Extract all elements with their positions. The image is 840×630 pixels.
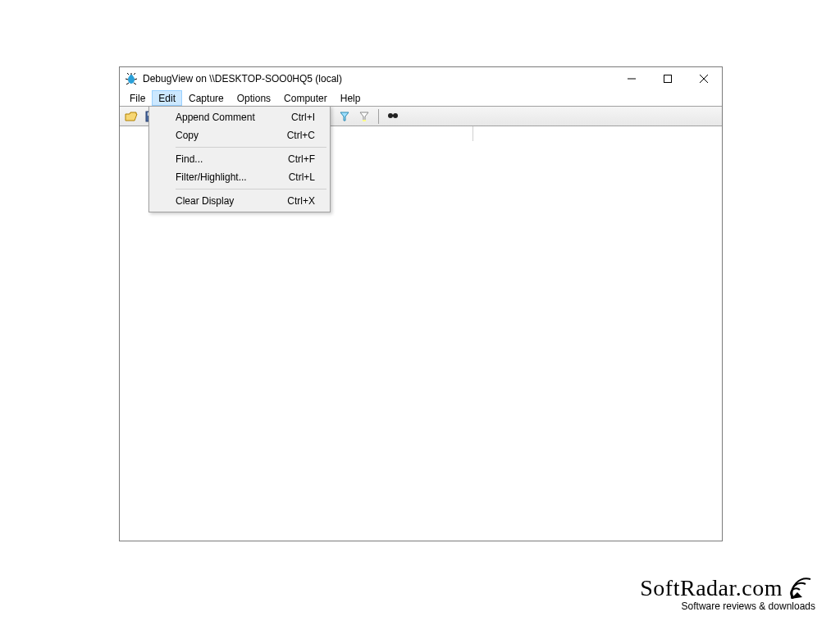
- edit-dropdown: Append Comment Ctrl+I Copy Ctrl+C Find..…: [148, 106, 331, 212]
- svg-rect-34: [392, 115, 394, 116]
- open-icon[interactable]: [123, 108, 139, 125]
- menu-help[interactable]: Help: [334, 90, 368, 106]
- menu-item-label: Filter/Highlight...: [176, 171, 287, 183]
- svg-line-7: [134, 83, 136, 84]
- menu-item-label: Copy: [176, 130, 287, 141]
- menu-item-shortcut: Ctrl+C: [287, 130, 328, 141]
- highlight-icon[interactable]: [356, 108, 372, 125]
- close-button[interactable]: [686, 67, 722, 90]
- menu-item-label: Append Comment: [176, 112, 287, 123]
- menu-filter-highlight[interactable]: Filter/Highlight... Ctrl+L: [151, 168, 328, 186]
- find-icon[interactable]: [385, 108, 401, 125]
- menu-item-shortcut: Ctrl+I: [287, 112, 328, 123]
- svg-rect-31: [363, 120, 366, 121]
- maximize-button[interactable]: [650, 67, 686, 90]
- menu-item-shortcut: Ctrl+X: [287, 195, 328, 207]
- titlebar: DebugView on \\DESKTOP-SOO0HQ5 (local): [120, 67, 722, 90]
- svg-point-8: [130, 75, 133, 78]
- app-icon: [125, 72, 138, 85]
- dropdown-separator: [176, 147, 326, 148]
- dropdown-separator: [176, 189, 326, 189]
- svg-line-6: [126, 83, 129, 84]
- satellite-icon: [788, 574, 815, 602]
- column-divider[interactable]: [472, 126, 473, 141]
- svg-point-35: [791, 596, 794, 599]
- menu-append-comment[interactable]: Append Comment Ctrl+I: [151, 108, 328, 126]
- watermark: SoftRadar.com Software reviews & downloa…: [640, 574, 815, 612]
- toolbar-separator: [378, 109, 379, 124]
- watermark-brand: SoftRadar.com: [640, 577, 783, 600]
- svg-rect-10: [664, 75, 672, 83]
- window-title: DebugView on \\DESKTOP-SOO0HQ5 (local): [143, 73, 342, 84]
- menu-file[interactable]: File: [123, 90, 152, 106]
- svg-line-2: [127, 73, 129, 75]
- svg-line-3: [134, 73, 135, 75]
- svg-line-4: [126, 79, 128, 80]
- menu-clear-display[interactable]: Clear Display Ctrl+X: [151, 192, 328, 210]
- menu-options[interactable]: Options: [231, 90, 277, 106]
- svg-line-5: [135, 79, 137, 80]
- menu-item-label: Clear Display: [176, 195, 287, 207]
- window-buttons: [614, 67, 722, 90]
- menu-item-shortcut: Ctrl+L: [287, 171, 328, 183]
- menu-edit[interactable]: Edit: [152, 90, 182, 106]
- menu-computer[interactable]: Computer: [277, 90, 334, 106]
- minimize-button[interactable]: [614, 67, 650, 90]
- menu-find[interactable]: Find... Ctrl+F: [151, 150, 328, 168]
- menu-item-shortcut: Ctrl+F: [287, 153, 328, 165]
- filter-icon[interactable]: [336, 108, 353, 125]
- menu-copy[interactable]: Copy Ctrl+C: [151, 126, 328, 144]
- watermark-tagline: Software reviews & downloads: [640, 600, 815, 612]
- menu-item-label: Find...: [176, 153, 287, 165]
- menubar: File Edit Capture Options Computer Help: [120, 90, 722, 107]
- menu-capture[interactable]: Capture: [182, 90, 231, 106]
